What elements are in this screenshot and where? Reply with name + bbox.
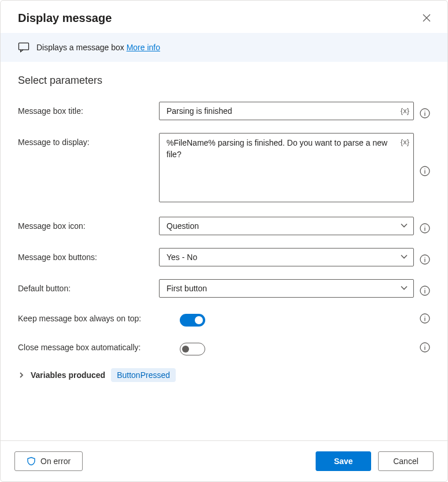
section-title: Select parameters (18, 75, 430, 87)
input-title[interactable] (159, 102, 414, 120)
row-title: Message box title: {x} (18, 102, 430, 120)
toggle-auto-close[interactable] (180, 343, 205, 355)
select-buttons[interactable]: Yes - No (159, 248, 414, 266)
row-auto-close: Close message box automatically: (18, 339, 430, 355)
label-auto-close: Close message box automatically: (18, 339, 174, 352)
row-buttons: Message box buttons: Yes - No (18, 248, 430, 266)
message-icon (18, 42, 29, 53)
dialog-header: Display message (1, 1, 447, 33)
dialog-footer: On error Save Cancel (1, 440, 447, 481)
info-icon[interactable] (420, 223, 430, 233)
info-icon[interactable] (420, 166, 430, 176)
info-icon[interactable] (420, 254, 430, 265)
variables-produced-row[interactable]: Variables produced ButtonPressed (18, 368, 430, 382)
label-icon: Message box icon: (18, 217, 153, 231)
info-icon[interactable] (420, 313, 430, 324)
input-message[interactable] (159, 133, 414, 202)
more-info-link[interactable]: More info (127, 43, 160, 52)
save-button[interactable]: Save (316, 451, 371, 471)
variable-picker-icon[interactable]: {x} (401, 106, 409, 115)
banner-text: Displays a message box More info (36, 43, 160, 52)
close-icon (422, 13, 431, 23)
row-message: Message to display: {x} (18, 133, 430, 204)
info-icon[interactable] (420, 108, 430, 118)
toggle-always-on-top[interactable] (180, 314, 205, 327)
select-icon[interactable]: Question (159, 217, 414, 235)
variable-pill[interactable]: ButtonPressed (111, 368, 176, 382)
label-buttons: Message box buttons: (18, 248, 153, 262)
row-always-on-top: Keep message box always on top: (18, 310, 430, 327)
info-icon[interactable] (420, 286, 430, 296)
cancel-button[interactable]: Cancel (378, 451, 434, 471)
on-error-button[interactable]: On error (14, 451, 83, 471)
banner-description: Displays a message box (36, 43, 127, 52)
variable-picker-icon[interactable]: {x} (401, 138, 409, 146)
svg-rect-0 (18, 43, 28, 50)
row-default: Default button: First button (18, 279, 430, 298)
shield-icon (27, 457, 36, 466)
toggle-knob (182, 346, 189, 353)
variables-produced-label: Variables produced (31, 370, 105, 380)
display-message-dialog: Display message Displays a message box M… (0, 0, 448, 482)
close-button[interactable] (420, 11, 434, 25)
label-title: Message box title: (18, 102, 153, 116)
info-banner: Displays a message box More info (1, 33, 447, 62)
dialog-title: Display message (18, 12, 112, 25)
info-icon[interactable] (420, 342, 430, 353)
label-default: Default button: (18, 279, 153, 293)
content-area: Select parameters Message box title: {x}… (1, 62, 447, 440)
on-error-label: On error (40, 457, 71, 466)
label-message: Message to display: (18, 133, 153, 147)
label-always-on-top: Keep message box always on top: (18, 310, 174, 323)
toggle-knob (195, 316, 203, 324)
select-default[interactable]: First button (159, 279, 414, 298)
chevron-right-icon (18, 372, 25, 379)
row-icon: Message box icon: Question (18, 217, 430, 235)
